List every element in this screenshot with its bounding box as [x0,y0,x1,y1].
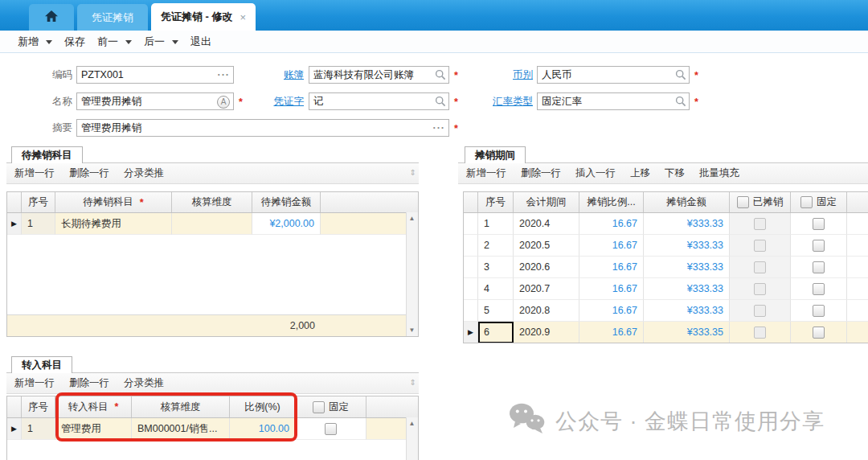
period-cell[interactable]: 2020.9 [514,322,579,343]
col-amount: 摊销金额 [644,192,730,212]
app-window: 凭证摊销 凭证摊销 - 修改 × 新增 保存 前一 后一 退出 编码 PZTX0… [0,0,868,460]
scroll-hint-icon[interactable]: ⇕ [410,168,416,177]
new-dropdown-icon[interactable] [46,40,52,44]
amount-cell[interactable]: ¥333.33 [644,213,730,235]
fixed-checkbox[interactable] [813,261,825,273]
ratio-cell[interactable]: 16.67 [579,300,644,322]
add-row-button[interactable]: 新增一行 [14,376,55,390]
currency-input[interactable]: 人民币 [537,66,690,84]
move-down-button[interactable]: 下移 [665,166,685,180]
seq-cell[interactable]: 4 [478,278,514,300]
currency-link[interactable]: 币别 [494,66,533,84]
fixed-checkbox[interactable] [813,218,825,230]
auto-name-icon[interactable]: A [217,96,230,109]
scroll-down-icon[interactable]: ▼ [407,325,417,335]
period-cell[interactable]: 2020.8 [514,300,579,322]
new-button[interactable]: 新增 [18,35,39,49]
seq-cell-focused[interactable]: 6 [478,322,514,343]
voucher-word-input[interactable]: 记 [309,92,449,110]
prev-button[interactable]: 前一 [97,35,118,49]
period-cell[interactable]: 2020.6 [514,257,579,278]
ratio-cell[interactable]: 16.67 [579,235,644,257]
ratio-cell[interactable]: 16.67 [579,322,644,343]
home-tab[interactable] [29,4,74,31]
close-icon[interactable]: × [240,11,246,23]
fixed-header-checkbox[interactable] [800,196,813,208]
section-tab-periods[interactable]: 摊销期间 [465,146,526,163]
seq-cell[interactable]: 1 [22,418,55,440]
code-input[interactable]: PZTX001 ··· [76,66,234,84]
ratio-cell[interactable]: 16.67 [579,278,644,300]
scroll-up-icon[interactable]: ▲ [407,213,417,224]
empty-cell [321,213,418,235]
seq-cell[interactable]: 2 [478,235,514,257]
seq-cell[interactable]: 1 [22,213,55,235]
period-cell[interactable]: 2020.7 [514,278,579,300]
amount-cell[interactable]: ¥333.33 [644,278,730,300]
section-tab-pending-subjects[interactable]: 待摊销科目 [11,146,83,163]
delete-row-button[interactable]: 删除一行 [69,166,109,180]
search-icon[interactable] [675,69,686,84]
more-icon[interactable]: ··· [433,120,446,136]
seq-cell[interactable]: 5 [478,300,514,322]
search-icon[interactable] [675,96,686,110]
fixed-checkbox[interactable] [813,283,825,295]
add-row-button[interactable]: 新增一行 [466,166,506,180]
prev-dropdown-icon[interactable] [125,40,132,44]
period-cell[interactable]: 2020.4 [514,213,579,235]
name-input[interactable]: 管理费用摊销 A [76,92,234,110]
vertical-scrollbar[interactable]: ▲ [406,417,418,460]
amount-cell[interactable]: ¥333.35 [644,322,730,343]
section-tab-transfer-subjects[interactable]: 转入科目 [11,356,72,373]
book-link[interactable]: 账簿 [259,66,304,84]
seq-cell[interactable]: 1 [478,213,514,235]
ratio-cell[interactable]: 16.67 [579,213,644,235]
ratio-cell[interactable]: 100.00 [230,418,296,440]
dimension-cell[interactable]: BM000001/销售... [132,418,230,440]
next-dropdown-icon[interactable] [172,40,178,44]
delete-row-button[interactable]: 删除一行 [521,166,561,180]
period-cell[interactable]: 2020.5 [514,235,579,257]
amount-cell[interactable]: ¥333.33 [644,235,730,257]
subject-cell[interactable]: 管理费用 [55,418,132,440]
add-row-button[interactable]: 新增一行 [14,166,55,180]
col-dimension: 核算维度 [172,192,252,212]
entry-analogy-button[interactable]: 分录类推 [124,166,164,180]
tab-voucher-amortization-edit[interactable]: 凭证摊销 - 修改 × [151,3,256,31]
fixed-checkbox[interactable] [813,305,825,317]
tab-voucher-amortization[interactable]: 凭证摊销 [77,4,148,31]
rate-type-input[interactable]: 固定汇率 [537,92,690,110]
batch-fill-button[interactable]: 批量填充 [699,166,739,180]
subject-cell[interactable]: 长期待摊费用 [55,213,172,235]
insert-row-button[interactable]: 插入一行 [575,166,616,180]
move-up-button[interactable]: 上移 [630,166,650,180]
more-icon[interactable]: ··· [218,67,231,83]
summary-input[interactable]: 管理费用摊销 ··· [76,119,449,137]
amount-cell[interactable]: ¥2,000.00 [252,213,321,235]
search-icon[interactable] [435,69,446,84]
amortized-header-checkbox[interactable] [737,196,749,208]
voucher-word-link[interactable]: 凭证字 [259,92,304,110]
pending-total-value: 2,000 [252,315,321,336]
book-input[interactable]: 蓝海科技有限公司账簿 [309,66,449,84]
next-button[interactable]: 后一 [144,35,165,49]
amount-cell[interactable]: ¥333.33 [644,257,730,278]
exit-button[interactable]: 退出 [190,35,211,49]
dimension-cell[interactable] [172,213,252,235]
fixed-header-checkbox[interactable] [313,401,325,413]
amount-cell[interactable]: ¥333.33 [644,300,730,322]
search-icon[interactable] [435,96,446,110]
vertical-scrollbar[interactable]: ▲ ▼ [406,212,418,336]
entry-analogy-button[interactable]: 分录类推 [124,376,164,390]
scroll-up-icon[interactable]: ▲ [407,418,417,429]
ratio-cell[interactable]: 16.67 [579,257,644,278]
table-row: 4 2020.7 16.67 ¥333.33 [464,278,868,300]
delete-row-button[interactable]: 删除一行 [69,376,109,390]
save-button[interactable]: 保存 [64,35,85,49]
scroll-hint-icon[interactable]: ⇕ [410,378,416,387]
fixed-checkbox[interactable] [813,327,825,339]
rate-type-link[interactable]: 汇率类型 [482,92,533,110]
fixed-checkbox[interactable] [813,240,825,252]
fixed-checkbox[interactable] [325,423,337,435]
seq-cell[interactable]: 3 [478,257,514,278]
